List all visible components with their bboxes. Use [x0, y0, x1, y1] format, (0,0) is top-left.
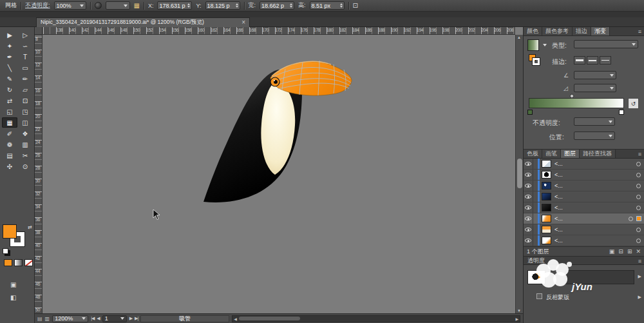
artboard-canvas[interactable]	[43, 35, 515, 313]
tab-swatches[interactable]: 色板	[524, 150, 542, 158]
document-tab[interactable]: Nipic_3350424_20190413172918819000.ai* @…	[36, 17, 250, 27]
visibility-toggle[interactable]	[524, 235, 533, 246]
magic-wand-tool[interactable]: ✦	[2, 41, 17, 51]
target-circle-icon[interactable]	[636, 195, 641, 199]
hand-tool[interactable]: ✣	[2, 161, 17, 171]
draw-mode-button[interactable]: ▣	[10, 281, 16, 288]
transparency-tab-label[interactable]: 透明度	[527, 257, 545, 265]
gradient-slider[interactable]	[529, 98, 624, 108]
eyedropper-tool[interactable]: ✐	[2, 128, 17, 139]
target-circle-icon[interactable]	[629, 217, 633, 221]
scrollbar-thumb[interactable]	[517, 159, 522, 188]
chevron-down-icon[interactable]	[543, 44, 547, 46]
scroll-right-icon[interactable]: ▶	[515, 317, 518, 321]
stepper-icon[interactable]	[340, 3, 343, 8]
first-artboard-button[interactable]: |◀	[91, 316, 94, 321]
mask-thumbnail[interactable]	[565, 270, 634, 284]
shape-builder-tool[interactable]: ◱	[2, 106, 17, 117]
width-field[interactable]: 18.662 p	[260, 1, 294, 10]
tab-color-guide[interactable]: 颜色参考	[542, 27, 573, 35]
color-mode-button[interactable]	[4, 259, 12, 266]
document-setup-icon[interactable]: ▥	[45, 316, 50, 322]
vertical-scrollbar[interactable]: ▲ ▼	[515, 35, 523, 313]
layer-row[interactable]: <...	[524, 235, 644, 246]
mesh-tool[interactable]: ▦	[2, 117, 17, 128]
transparency-panel-header[interactable]: 透明度 ≡	[524, 257, 644, 265]
target-circle-icon[interactable]	[636, 239, 641, 243]
stepper-icon[interactable]	[236, 3, 238, 8]
panel-menu-icon[interactable]: ≡	[638, 258, 641, 264]
line-segment-tool[interactable]: ╲	[2, 63, 17, 73]
gradient-tool[interactable]: ◫	[17, 117, 33, 128]
selection-tool[interactable]: ▶	[2, 30, 17, 40]
layer-row[interactable]: <...	[524, 202, 644, 213]
new-sublayer-icon[interactable]: ⊟	[618, 248, 623, 255]
direct-selection-tool[interactable]: ▷	[17, 30, 33, 40]
perspective-grid-tool[interactable]: ◳	[17, 106, 33, 117]
artboard-number-field[interactable]: 1	[102, 315, 127, 322]
close-icon[interactable]: ×	[242, 19, 245, 26]
height-field[interactable]: 8.51 px	[310, 1, 345, 10]
pencil-tool[interactable]: ✏	[17, 73, 33, 84]
stepper-icon[interactable]	[290, 3, 292, 8]
tab-stroke[interactable]: 描边	[573, 27, 591, 35]
toucan-artwork[interactable]	[43, 35, 515, 313]
style-combo[interactable]	[106, 1, 130, 10]
default-fill-stroke-icon[interactable]	[3, 248, 8, 254]
target-circle-icon[interactable]	[636, 206, 641, 210]
target-circle-icon[interactable]	[636, 228, 641, 232]
zoom-tool[interactable]: ⊙	[17, 161, 33, 171]
type-combo[interactable]	[574, 40, 638, 48]
angle-combo[interactable]	[574, 71, 616, 79]
visibility-toggle[interactable]	[524, 202, 533, 213]
fill-stroke-indicator[interactable]	[529, 54, 540, 66]
target-circle-icon[interactable]	[636, 184, 641, 188]
free-transform-tool[interactable]: ⊡	[17, 95, 33, 106]
y-field[interactable]: 18.125 p	[205, 1, 240, 10]
visibility-toggle[interactable]	[524, 224, 533, 235]
column-graph-tool[interactable]: ▥	[17, 139, 33, 150]
scroll-left-icon[interactable]: ◀	[234, 317, 237, 321]
gradient-stop-right[interactable]	[619, 110, 624, 115]
rotate-tool[interactable]: ↻	[2, 84, 17, 95]
layer-row[interactable]: <...	[524, 191, 644, 202]
screen-mode-button[interactable]: ◧	[10, 294, 16, 301]
transform-icon[interactable]: ⊡	[353, 2, 358, 9]
gradient-stop-left[interactable]	[527, 110, 533, 115]
width-tool[interactable]: ⇄	[2, 95, 17, 106]
scrollbar-thumb[interactable]	[239, 317, 300, 320]
location-combo[interactable]	[574, 132, 615, 140]
visibility-toggle[interactable]	[524, 191, 533, 202]
stroke-across-button[interactable]	[600, 56, 611, 64]
delete-layer-icon[interactable]: ✕	[636, 248, 641, 255]
gradient-mode-button[interactable]	[14, 259, 23, 266]
layer-row[interactable]: <...	[524, 213, 644, 224]
type-tool[interactable]: T	[17, 52, 33, 62]
ruler-corner[interactable]	[35, 27, 43, 35]
visibility-toggle[interactable]	[524, 159, 533, 169]
reverse-gradient-button[interactable]: ↺	[628, 98, 639, 109]
layer-row[interactable]: <...	[524, 224, 644, 235]
tab-color[interactable]: 颜色	[524, 27, 542, 35]
prev-artboard-button[interactable]: ◀	[97, 316, 99, 321]
layer-row[interactable]: <...	[524, 170, 644, 181]
tab-pathfinder[interactable]: 路径查找器	[580, 150, 616, 158]
scroll-up-icon[interactable]: ▲	[517, 35, 521, 39]
scale-tool[interactable]: ▱	[17, 84, 33, 95]
panel-menu-icon[interactable]: ≡	[638, 28, 641, 35]
stroke-along-button[interactable]	[587, 56, 598, 64]
artboard-tool[interactable]: ▤	[2, 150, 17, 161]
stroke-within-button[interactable]	[574, 56, 585, 64]
stepper-icon[interactable]	[187, 3, 190, 8]
tab-brushes[interactable]: 画笔	[542, 150, 561, 158]
invert-mask-checkbox[interactable]	[536, 293, 542, 299]
pen-tool[interactable]: ✒	[2, 52, 17, 62]
gradient-swatch[interactable]	[527, 39, 539, 51]
flyout-icon[interactable]: ▶	[638, 274, 641, 279]
swap-fill-stroke-icon[interactable]: ⇄	[28, 224, 32, 230]
clipping-mask-icon[interactable]: ▣	[609, 248, 615, 255]
layer-row[interactable]: <...	[524, 159, 644, 170]
target-circle-icon[interactable]	[636, 173, 641, 177]
opacity-link[interactable]: 不透明度:	[25, 1, 50, 10]
panel-menu-icon[interactable]: ≡	[638, 151, 641, 157]
